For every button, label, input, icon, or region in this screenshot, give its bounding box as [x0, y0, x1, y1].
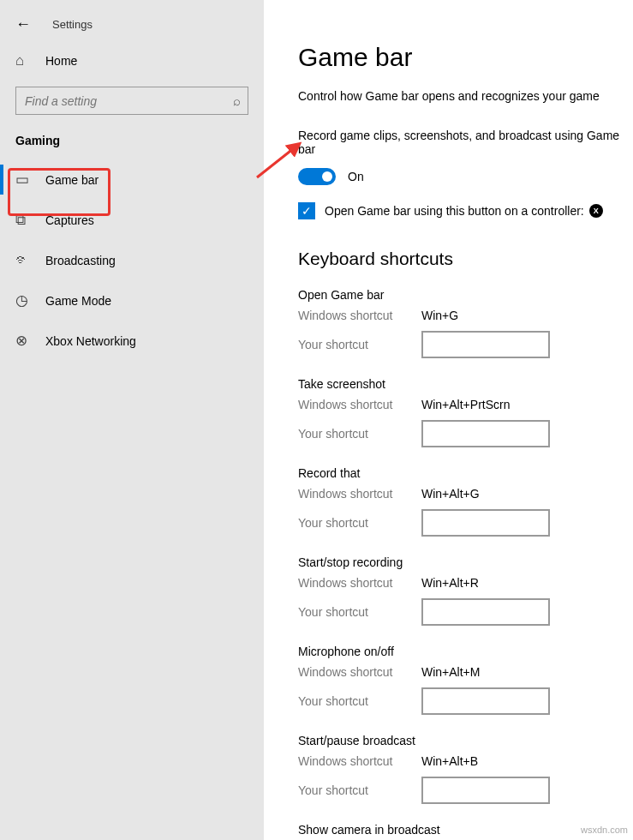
shortcuts-list: Open Game barWindows shortcutWin+GYour s…: [298, 288, 633, 840]
win-shortcut-value: Win+Alt+M: [421, 665, 480, 679]
windows-shortcut-line: Windows shortcutWin+G: [298, 309, 633, 322]
shortcut-block: Microphone on/offWindows shortcutWin+Alt…: [298, 645, 633, 715]
shortcut-block: Open Game barWindows shortcutWin+GYour s…: [298, 288, 633, 358]
search-input[interactable]: [25, 94, 233, 108]
sidebar: ← Settings ⌂ Home ⌕ Gaming ▭ Game bar ⧉ …: [0, 0, 264, 840]
win-shortcut-label: Windows shortcut: [298, 665, 421, 679]
your-shortcut-line: Your shortcut: [298, 598, 633, 626]
your-shortcut-label: Your shortcut: [298, 427, 421, 441]
win-shortcut-value: Win+Alt+G: [421, 487, 480, 501]
your-shortcut-input[interactable]: [421, 420, 550, 447]
your-shortcut-line: Your shortcut: [298, 331, 633, 358]
your-shortcut-input[interactable]: [421, 331, 550, 358]
win-shortcut-label: Windows shortcut: [298, 309, 421, 322]
windows-shortcut-line: Windows shortcutWin+Alt+G: [298, 487, 633, 501]
shortcut-block: Record thatWindows shortcutWin+Alt+GYour…: [298, 466, 633, 537]
your-shortcut-line: Your shortcut: [298, 687, 633, 715]
gamebar-icon: ▭: [15, 172, 33, 187]
shortcut-name: Open Game bar: [298, 288, 633, 302]
your-shortcut-label: Your shortcut: [298, 783, 421, 797]
your-shortcut-input[interactable]: [421, 687, 550, 715]
shortcut-name: Start/pause broadcast: [298, 734, 633, 747]
win-shortcut-value: Win+Alt+R: [421, 576, 479, 590]
win-shortcut-label: Windows shortcut: [298, 754, 421, 768]
topbar: ← Settings: [0, 7, 264, 41]
your-shortcut-label: Your shortcut: [298, 338, 421, 351]
win-shortcut-value: Win+Alt+B: [421, 754, 478, 768]
broadcast-icon: ᯤ: [15, 253, 33, 267]
win-shortcut-label: Windows shortcut: [298, 576, 421, 590]
your-shortcut-input[interactable]: [421, 509, 550, 537]
xbox-logo-icon: X: [589, 204, 603, 218]
home-icon: ⌂: [15, 53, 33, 68]
sidebar-item-label: Game bar: [45, 173, 99, 187]
search-box[interactable]: ⌕: [15, 87, 248, 115]
record-toggle[interactable]: [298, 168, 336, 185]
page-title: Game bar: [298, 43, 633, 72]
your-shortcut-line: Your shortcut: [298, 509, 633, 537]
shortcut-name: Take screenshot: [298, 377, 633, 391]
sidebar-item-captures[interactable]: ⧉ Captures: [0, 200, 264, 240]
your-shortcut-input[interactable]: [421, 598, 550, 626]
sidebar-item-game-bar[interactable]: ▭ Game bar: [0, 159, 264, 200]
gamemode-icon: ◷: [15, 293, 33, 308]
win-shortcut-value: Win+Alt+PrtScrn: [421, 398, 510, 411]
sidebar-item-label: Captures: [45, 213, 94, 227]
nav-list: ▭ Game bar ⧉ Captures ᯤ Broadcasting ◷ G…: [0, 159, 264, 361]
win-shortcut-value: Win+G: [421, 309, 458, 322]
your-shortcut-label: Your shortcut: [298, 605, 421, 619]
windows-shortcut-line: Windows shortcutWin+Alt+PrtScrn: [298, 398, 633, 411]
shortcut-name: Microphone on/off: [298, 645, 633, 658]
shortcut-block: Take screenshotWindows shortcutWin+Alt+P…: [298, 377, 633, 447]
sidebar-item-label: Game Mode: [45, 294, 111, 308]
shortcut-block: Start/stop recordingWindows shortcutWin+…: [298, 555, 633, 626]
sidebar-item-xbox-networking[interactable]: ⊗ Xbox Networking: [0, 321, 264, 361]
shortcut-name: Record that: [298, 466, 633, 480]
record-label: Record game clips, screenshots, and broa…: [298, 129, 633, 156]
shortcut-block: Start/pause broadcastWindows shortcutWin…: [298, 734, 633, 804]
back-icon[interactable]: ←: [15, 15, 31, 33]
record-toggle-row: On: [298, 168, 633, 185]
sidebar-item-label: Broadcasting: [45, 254, 116, 267]
shortcut-name: Start/stop recording: [298, 555, 633, 569]
sidebar-item-broadcasting[interactable]: ᯤ Broadcasting: [0, 240, 264, 280]
windows-shortcut-line: Windows shortcutWin+Alt+M: [298, 665, 633, 679]
controller-check-row: ✓ Open Game bar using this button on a c…: [298, 202, 633, 219]
section-heading: Gaming: [0, 134, 264, 147]
main-pane: Game bar Control how Game bar opens and …: [264, 0, 633, 840]
controller-label: Open Game bar using this button on a con…: [325, 204, 584, 218]
toggle-state: On: [348, 170, 364, 183]
controller-checkbox[interactable]: ✓: [298, 202, 315, 219]
app-title: Settings: [52, 18, 93, 31]
nav-home[interactable]: ⌂ Home: [0, 41, 264, 80]
watermark: wsxdn.com: [581, 825, 628, 835]
windows-shortcut-line: Windows shortcutWin+Alt+B: [298, 754, 633, 768]
your-shortcut-label: Your shortcut: [298, 694, 421, 708]
win-shortcut-label: Windows shortcut: [298, 487, 421, 501]
your-shortcut-label: Your shortcut: [298, 516, 421, 530]
windows-shortcut-line: Windows shortcutWin+Alt+R: [298, 576, 633, 590]
captures-icon: ⧉: [15, 213, 33, 227]
your-shortcut-line: Your shortcut: [298, 420, 633, 447]
xbox-icon: ⊗: [15, 333, 33, 348]
search-icon: ⌕: [233, 93, 241, 108]
sidebar-item-game-mode[interactable]: ◷ Game Mode: [0, 280, 264, 321]
your-shortcut-input[interactable]: [421, 777, 550, 804]
your-shortcut-line: Your shortcut: [298, 777, 633, 804]
shortcuts-heading: Keyboard shortcuts: [298, 249, 633, 269]
win-shortcut-label: Windows shortcut: [298, 398, 421, 411]
page-description: Control how Game bar opens and recognize…: [298, 89, 633, 103]
sidebar-item-label: Xbox Networking: [45, 334, 136, 348]
home-label: Home: [45, 54, 77, 68]
